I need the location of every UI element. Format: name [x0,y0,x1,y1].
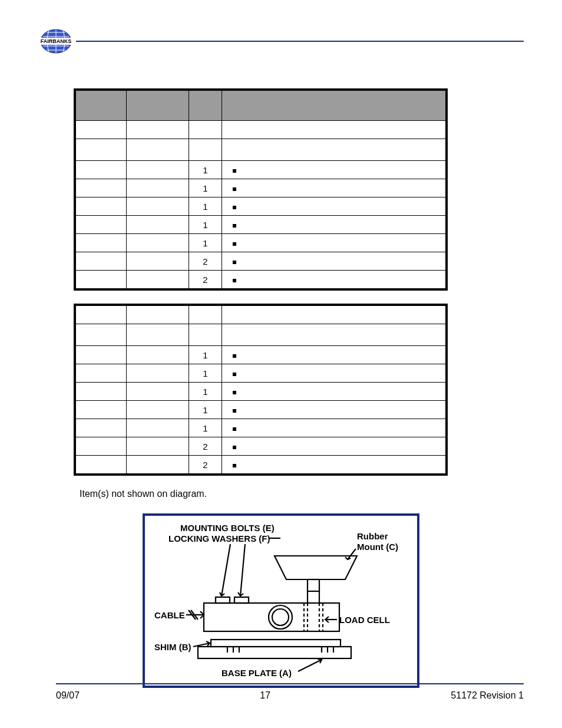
bullet-icon [233,427,236,431]
table-row: 2 [75,437,447,456]
bullet-icon [233,242,236,246]
table-row: 1 [75,419,447,437]
svg-rect-13 [216,597,230,603]
table-row: 2 [75,271,447,290]
svg-line-35 [240,544,245,596]
qty-cell: 1 [203,423,207,433]
table-row: 2 [75,456,447,475]
qty-cell: 1 [203,405,207,415]
svg-rect-9 [211,640,340,647]
qty-cell: 2 [203,442,207,452]
qty-cell: 2 [203,460,207,470]
page-footer: 09/07 17 51172 Revision 1 [56,690,524,701]
load-cell-diagram: MOUNTING BOLTS (E) LOCKING WASHERS (F) R… [143,513,419,688]
table-row [75,139,447,161]
table-row: 1 [75,161,447,179]
table-header-row [75,90,447,121]
bullet-icon [233,391,236,394]
qty-cell: 1 [203,165,207,175]
bullet-icon [233,224,236,228]
qty-cell: 1 [203,238,207,248]
table-row: 1 [75,401,447,419]
qty-cell: 2 [203,256,207,266]
bullet-icon [233,279,236,282]
page-header: FAIRBANKS [38,29,524,53]
qty-cell: 1 [203,350,207,360]
footer-rule [56,683,524,684]
table-row: 1 [75,346,447,364]
bullet-icon [233,373,236,376]
table-row: 2 [75,252,447,271]
svg-line-40 [298,660,322,671]
footer-date: 09/07 [56,690,80,701]
qty-cell: 1 [203,202,207,212]
fairbanks-logo: FAIRBANKS [38,26,74,57]
table-row: 1 [75,234,447,252]
header-rule [76,41,524,42]
bullet-icon [233,261,236,264]
qty-cell: 1 [203,368,207,378]
table-row: 1 [75,364,447,383]
qty-cell: 1 [203,387,207,397]
bullet-icon [233,409,236,413]
diagram-note: Item(s) not shown on diagram. [80,489,524,499]
bullet-icon [233,354,236,358]
diagram-svg [145,516,417,686]
svg-rect-14 [234,597,249,603]
qty-cell: 1 [203,220,207,230]
bullet-icon [233,169,236,173]
bullet-icon [233,187,236,191]
svg-line-34 [222,544,230,596]
parts-table-2: 1 1 1 1 1 [74,304,448,476]
bullet-icon [233,446,236,449]
svg-marker-17 [275,556,357,579]
qty-cell: 1 [203,183,207,193]
table-row: 1 [75,216,447,234]
bullet-icon [233,464,236,467]
footer-doc-rev: 51172 Revision 1 [451,690,524,701]
qty-cell: 2 [203,275,207,285]
table-row [75,305,447,324]
table-row: 1 [75,197,447,216]
table-row: 1 [75,179,447,197]
parts-table-1: 1 1 1 1 1 [74,88,448,291]
bullet-icon [233,206,236,209]
table-row [75,324,447,346]
table-row: 1 [75,383,447,401]
logo-text: FAIRBANKS [41,38,72,44]
svg-rect-18 [308,579,319,591]
table-row [75,121,447,139]
footer-page: 17 [260,690,270,701]
